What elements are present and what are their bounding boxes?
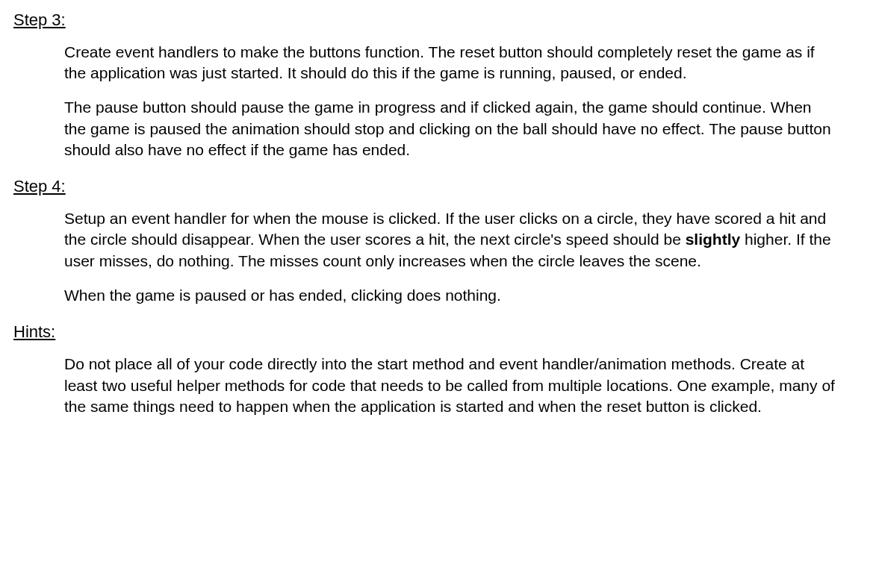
text-run: When the game is paused or has ended, cl…	[64, 287, 501, 304]
paragraph: The pause button should pause the game i…	[64, 97, 836, 160]
text-run-bold: slightly	[686, 231, 741, 248]
section-heading-hints: Hints:	[13, 321, 866, 343]
text-run: Create event handlers to make the button…	[64, 43, 815, 81]
section-heading-step4: Step 4:	[13, 175, 866, 198]
paragraph: Create event handlers to make the button…	[64, 42, 836, 84]
paragraph: Do not place all of your code directly i…	[64, 354, 836, 417]
paragraph: Setup an event handler for when the mous…	[64, 208, 836, 272]
text-run: The pause button should pause the game i…	[64, 98, 831, 158]
section-heading-step3: Step 3:	[13, 9, 866, 31]
text-run: Do not place all of your code directly i…	[64, 355, 835, 415]
paragraph: When the game is paused or has ended, cl…	[64, 285, 836, 306]
